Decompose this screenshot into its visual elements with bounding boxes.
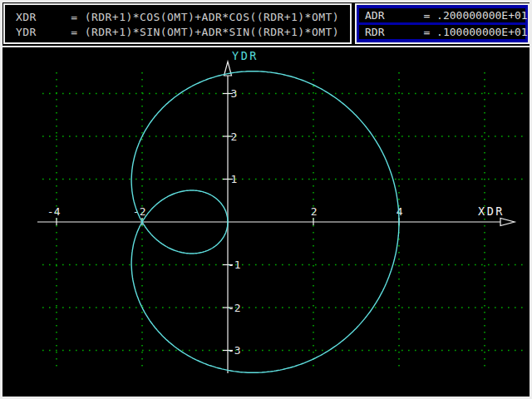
y-tick-label: 3 (231, 87, 238, 100)
x-tick-label: 2 (311, 205, 318, 218)
x-tick-label: 4 (397, 205, 403, 218)
param-rdr: RDR = .100000000E+01 (359, 25, 525, 39)
formula-panel: XDR = (RDR+1)*COS(OMT)+ADR*COS((RDR+1)*O… (3, 3, 352, 44)
y-tick-label: -2 (228, 302, 241, 314)
param-adr: ADR = .200000000E+01 (359, 8, 525, 22)
y-tick-label: -3 (228, 344, 241, 357)
formula-xdr: XDR = (RDR+1)*COS(OMT)+ADR*COS((RDR+1)*O… (16, 10, 350, 25)
y-axis-label: YDR (232, 49, 259, 62)
plot-area: -4-224321-1-2-3XDRYDR (2, 46, 530, 398)
parametric-curve-plot: -4-224321-1-2-3XDRYDR (2, 47, 530, 397)
y-tick-label: 1 (231, 173, 238, 185)
y-tick-label: 2 (231, 131, 238, 143)
axes (37, 75, 500, 373)
x-axis-arrow-icon (500, 219, 515, 226)
y-tick-label: -1 (228, 259, 241, 271)
parameter-panel: ADR = .200000000E+01 RDR = .100000000E+0… (355, 3, 530, 44)
formula-ydr: YDR = (RDR+1)*SIN(OMT)+ADR*SIN((RDR+1)*O… (16, 25, 350, 40)
x-axis-label: XDR (478, 204, 505, 218)
crt-screen: XDR = (RDR+1)*COS(OMT)+ADR*COS((RDR+1)*O… (0, 0, 532, 399)
x-tick-label: -4 (47, 205, 61, 218)
